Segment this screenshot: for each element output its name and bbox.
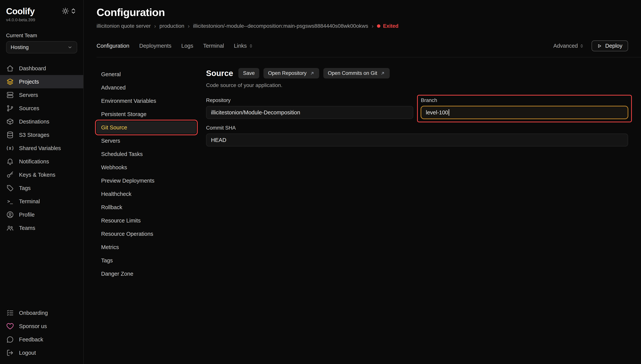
tab-links[interactable]: Links [234,43,253,49]
nav-label: Teams [19,224,35,232]
chevron-right-icon: › [154,23,156,29]
subnav-item-persistent-storage[interactable]: Persistent Storage [97,108,196,120]
nav-label: Keys & Tokens [19,171,55,179]
sidebar-item-onboarding[interactable]: Onboarding [0,306,83,320]
breadcrumb-environment[interactable]: production [160,23,184,29]
heart-icon [6,322,14,330]
main-header: Configuration illicitonion quote server … [84,0,641,29]
sidebar-item-profile[interactable]: Profile [0,208,83,221]
page-title: Configuration [97,6,628,18]
subnav-item-general[interactable]: General [97,68,196,80]
config-subnav: General Advanced Environment Variables P… [97,68,196,364]
current-team-label: Current Team [0,22,83,41]
branch-input[interactable]: level-100 [421,106,628,119]
sidebar-item-sources[interactable]: Sources [0,102,83,115]
sidebar-footer: Onboarding Sponsor us Feedback Logout [0,306,83,360]
bell-icon [6,158,14,166]
nav-label: Onboarding [19,309,48,317]
sidebar-item-destinations[interactable]: Destinations [0,115,83,128]
subnav-item-metrics[interactable]: Metrics [97,241,196,254]
theme-toggle[interactable] [62,6,77,15]
subnav-item-healthcheck[interactable]: Healthcheck [97,188,196,200]
sidebar-item-sponsor[interactable]: Sponsor us [0,320,83,333]
open-commits-button[interactable]: Open Commits on Git [323,68,390,78]
subnav-item-preview-deployments[interactable]: Preview Deployments [97,174,196,187]
variables-icon: (x) [6,144,14,152]
tab-logs[interactable]: Logs [181,43,193,49]
repository-input[interactable]: illicitestonion/Module-Decomposition [206,106,413,119]
tab-terminal[interactable]: Terminal [203,43,224,49]
tab-deployments[interactable]: Deployments [139,43,172,49]
subnav-item-resource-operations[interactable]: Resource Operations [97,228,196,240]
external-link-icon [380,71,385,76]
advanced-dropdown[interactable]: Advanced [553,43,584,49]
sidebar-item-notifications[interactable]: Notifications [0,155,83,168]
tab-configuration[interactable]: Configuration [97,43,130,49]
sidebar-item-dashboard[interactable]: Dashboard [0,62,83,75]
app-version: v4.0.0-beta.399 [0,16,83,22]
source-subtitle: Code source of your application. [206,82,628,88]
save-button[interactable]: Save [238,68,259,78]
status-badge: Exited [377,23,398,29]
team-select[interactable]: Hosting [6,41,77,54]
tab-bar-right: Advanced Deploy [553,40,628,51]
sidebar-item-terminal[interactable]: >_ Terminal [0,195,83,208]
open-repository-button[interactable]: Open Repository [263,68,319,78]
subnav-item-advanced[interactable]: Advanced [97,81,196,94]
home-icon [6,64,14,72]
branch-value: level-100 [426,110,448,116]
subnav-item-git-source[interactable]: Git Source [97,121,196,134]
checklist-icon [6,309,14,317]
chevron-up-down-icon [579,44,584,48]
repository-field: Repository illicitestonion/Module-Decomp… [206,98,413,119]
chevron-down-icon [67,45,73,50]
subnav-item-environment-variables[interactable]: Environment Variables [97,94,196,107]
subnav-item-servers[interactable]: Servers [97,134,196,147]
subnav-item-rollback[interactable]: Rollback [97,201,196,214]
breadcrumb-application[interactable]: illicitestonion/-module--decomposition:m… [193,23,368,29]
sun-icon [62,7,69,15]
commit-sha-field: Commit SHA HEAD [206,125,628,146]
sidebar-item-projects[interactable]: Projects [0,75,83,88]
nav-label: Terminal [19,198,40,205]
subnav-item-webhooks[interactable]: Webhooks [97,161,196,174]
configuration-content: General Advanced Environment Variables P… [84,57,641,364]
nav-label: S3 Storages [19,131,50,139]
branch-label: Branch [421,98,628,103]
subnav-item-danger-zone[interactable]: Danger Zone [97,268,196,280]
git-branch-icon [6,104,14,112]
app-root: Coolify v4.0.0-beta.399 Current Team Hos… [0,0,641,364]
commit-sha-value: HEAD [211,137,226,143]
nav-label: Dashboard [19,64,46,72]
sidebar-item-feedback[interactable]: Feedback [0,333,83,346]
user-circle-icon [6,211,14,219]
sidebar-item-tags[interactable]: Tags [0,182,83,195]
nav-label: Logout [19,349,36,357]
logout-icon [6,349,14,357]
breadcrumb: illicitonion quote server › production ›… [97,23,628,29]
source-form: Repository illicitestonion/Module-Decomp… [206,98,628,146]
sidebar-nav: Dashboard Projects Servers Sources Desti… [0,62,83,234]
sidebar-item-keys-tokens[interactable]: Keys & Tokens [0,168,83,182]
external-link-icon [310,71,315,76]
subnav-item-resource-limits[interactable]: Resource Limits [97,214,196,227]
subnav-item-tags[interactable]: Tags [97,254,196,267]
breadcrumb-project[interactable]: illicitonion quote server [97,23,151,29]
commit-sha-input[interactable]: HEAD [206,134,628,146]
chat-bubble-icon [6,336,14,344]
repository-label: Repository [206,98,413,103]
server-icon [6,91,14,99]
deploy-button[interactable]: Deploy [591,40,628,51]
sidebar-item-servers[interactable]: Servers [0,88,83,102]
sidebar-item-teams[interactable]: Teams [0,221,83,234]
open-commits-label: Open Commits on Git [328,70,377,76]
users-icon [6,224,14,232]
sidebar-item-logout[interactable]: Logout [0,346,83,360]
sidebar-item-s3-storages[interactable]: S3 Storages [0,128,83,142]
source-title: Source [206,69,233,78]
nav-label: Sources [19,104,39,112]
sidebar-item-shared-variables[interactable]: (x) Shared Variables [0,142,83,155]
nav-label: Notifications [19,158,49,166]
subnav-item-scheduled-tasks[interactable]: Scheduled Tasks [97,148,196,160]
chevron-right-icon: › [188,23,190,29]
